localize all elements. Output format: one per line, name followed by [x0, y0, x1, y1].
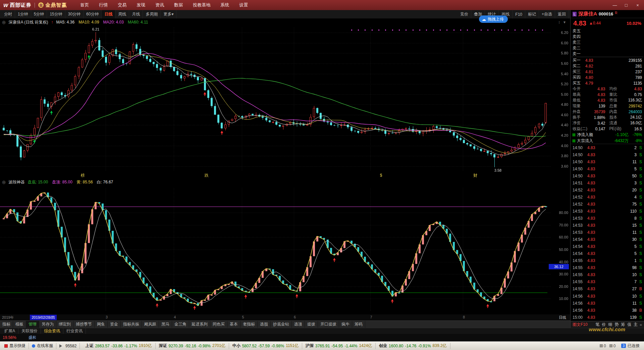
- tick-row[interactable]: 14:56 4.83 38 B: [571, 307, 644, 314]
- buy-level-row[interactable]: 买一 4.83 239155: [571, 57, 644, 63]
- info-subtab[interactable]: 扩展A: [1, 328, 18, 334]
- index-quote[interactable]: 上证 2863.57 -33.86 -1.17% 1910亿: [82, 343, 155, 349]
- indicator-tab[interactable]: 基本: [227, 321, 240, 328]
- news-item[interactable]: 盛和资源（600392）股东沃本新材计划减持不超0.69%股份: [29, 335, 36, 341]
- quick-launch[interactable]: 显示快捷: [1, 343, 29, 349]
- indicator-tab[interactable]: 资金: [108, 321, 121, 328]
- sell-level-row[interactable]: 卖四: [571, 34, 644, 40]
- indicator-tab[interactable]: 网鱼: [95, 321, 108, 328]
- tick-row[interactable]: 14:53 4.83 11 S: [571, 229, 644, 236]
- period-tab[interactable]: 5分钟: [31, 10, 47, 18]
- message-badge[interactable]: 0: [609, 344, 616, 348]
- index-quote[interactable]: 沪深 3765.91 -54.95 -1.44% 1424亿: [302, 343, 376, 349]
- connection-status[interactable]: 3 已连接: [618, 343, 643, 349]
- period-tab[interactable]: 日线: [102, 10, 115, 18]
- tick-row[interactable]: 14:52 4.83 75 S: [571, 201, 644, 208]
- indicator-tab[interactable]: 抄底金钻: [271, 321, 292, 328]
- tick-row[interactable]: 14:53 4.83 110 S: [571, 208, 644, 215]
- indicator-tab[interactable]: 捕捞季节: [73, 321, 95, 328]
- upload-button[interactable]: ☁ 拖拽上传: [479, 15, 508, 23]
- tick-row[interactable]: 14:50 4.83 11 S: [571, 158, 644, 165]
- period-tab[interactable]: 周线: [115, 10, 129, 18]
- menu-item[interactable]: 行情: [99, 2, 108, 8]
- hotline[interactable]: 95582: [56, 343, 80, 349]
- sell-level-row[interactable]: 卖一: [571, 51, 644, 57]
- tick-row[interactable]: 14:53 4.83 15 S: [571, 222, 644, 229]
- minimize-button[interactable]: —: [612, 3, 618, 8]
- buy-level-row[interactable]: 买五 4.79 1135: [571, 80, 644, 86]
- toolbar-button[interactable]: 标记: [525, 10, 539, 18]
- tick-row[interactable]: 14:55 4.83 10 S: [571, 271, 644, 278]
- indicator-tab[interactable]: 同色买: [210, 321, 227, 328]
- index-quote[interactable]: 深证 9270.39 -92.16 -0.98% 2701亿: [156, 343, 229, 349]
- notification-badge[interactable]: 0: [600, 344, 606, 348]
- index-quote[interactable]: 中小 5807.52 -57.59 -0.98% 1151亿: [229, 343, 302, 349]
- buy-level-row[interactable]: 买四 4.80 789: [571, 75, 644, 80]
- view-tab[interactable]: 值: [627, 322, 631, 327]
- tick-row[interactable]: 14:55 4.83 1 S: [571, 257, 644, 264]
- period-tab[interactable]: 30分钟: [65, 10, 84, 18]
- tick-row[interactable]: 15:00 4.83 139 S: [571, 314, 644, 321]
- tick-row[interactable]: 14:54 4.83 5 S: [571, 250, 644, 257]
- indicator-tab[interactable]: 提拔: [305, 321, 318, 328]
- menu-item[interactable]: 数据: [174, 2, 183, 8]
- buy-level-row[interactable]: 买二 4.82 281: [571, 63, 644, 69]
- indicator-canvas[interactable]: [0, 185, 570, 314]
- tick-row[interactable]: 14:55 4.83 7 S: [571, 278, 644, 286]
- menu-item[interactable]: 发现: [137, 2, 145, 8]
- sell-level-row[interactable]: 卖三: [571, 40, 644, 45]
- tick-row[interactable]: 14:55 4.83 27 B: [571, 286, 644, 293]
- date-box[interactable]: 2019/02/28/四: [30, 315, 56, 320]
- indicator-tab[interactable]: 另存为: [39, 321, 56, 328]
- close-button[interactable]: ×: [635, 3, 641, 8]
- tick-row[interactable]: 14:54 4.83 5 S: [571, 243, 644, 250]
- resize-icon[interactable]: ↕: [558, 20, 560, 25]
- info-subtab[interactable]: 综合资讯: [41, 328, 63, 334]
- maximize-button[interactable]: □: [623, 3, 629, 8]
- menu-item[interactable]: 投教基地: [193, 2, 210, 8]
- collapse-arrow-icon[interactable]: «: [640, 322, 642, 327]
- period-tab[interactable]: 多周期: [143, 10, 161, 18]
- indicator-tab[interactable]: 延进系列: [189, 321, 210, 328]
- indicator-tab[interactable]: 选顶: [292, 321, 305, 328]
- period-tab[interactable]: 分时: [1, 10, 15, 18]
- tick-row[interactable]: 14:56 4.83 11 S: [571, 300, 644, 307]
- tick-row[interactable]: 14:53 4.83 8 S: [571, 215, 644, 222]
- online-service[interactable]: 在线客服: [29, 343, 56, 349]
- sell-level-row[interactable]: 卖五: [571, 28, 644, 34]
- indicator-tab[interactable]: 开口提拔: [318, 321, 339, 328]
- view-tab[interactable]: 主: [634, 322, 638, 327]
- menu-item[interactable]: 设置: [239, 2, 248, 8]
- menu-item[interactable]: 交易: [118, 2, 126, 8]
- tick-row[interactable]: 14:50 4.83 3 S: [571, 151, 644, 158]
- tick-row[interactable]: 14:50 4.83 2 S: [571, 144, 644, 151]
- tick-row[interactable]: 14:55 4.83 98 S: [571, 264, 644, 271]
- indicator-tab[interactable]: 指标共振: [121, 321, 142, 328]
- indicator-tab[interactable]: 指标: [0, 321, 13, 328]
- period-tab[interactable]: 1分钟: [15, 10, 31, 18]
- toolbar-button[interactable]: F10: [513, 10, 525, 18]
- period-tab[interactable]: 60分钟: [84, 10, 102, 18]
- tick-row[interactable]: 14:52 4.83 4 S: [571, 193, 644, 201]
- tick-row[interactable]: 14:50 4.83 5 S: [571, 165, 644, 172]
- menu-item[interactable]: 系统: [220, 2, 229, 8]
- toolbar-button[interactable]: 返回: [555, 10, 569, 18]
- tick-row[interactable]: 14:54 4.83 30 S: [571, 236, 644, 243]
- menu-item[interactable]: 首页: [80, 2, 89, 8]
- info-subtab[interactable]: 关联报价: [18, 328, 41, 334]
- indicator-tab[interactable]: 管理: [26, 321, 39, 328]
- sell-level-row[interactable]: 卖二: [571, 45, 644, 51]
- tick-row[interactable]: 14:50 4.83 50 S: [571, 172, 644, 179]
- panel-menu-icon[interactable]: ▾: [564, 20, 566, 25]
- period-tab[interactable]: 15分钟: [47, 10, 65, 18]
- indicator-tab[interactable]: 金三角: [172, 321, 189, 328]
- tick-row[interactable]: 14:56 4.83 10 S: [571, 293, 644, 300]
- indicator-tab[interactable]: 筹码: [352, 321, 365, 328]
- indicator-tab[interactable]: 模板: [13, 321, 26, 328]
- info-subtab[interactable]: 行业资讯: [63, 328, 86, 334]
- tick-row[interactable]: 14:51 4.83 3 S: [571, 179, 644, 186]
- indicator-tab[interactable]: 绑定到: [56, 321, 73, 328]
- menu-item[interactable]: 资讯: [155, 2, 164, 8]
- indicator-tab[interactable]: 老指标: [240, 321, 258, 328]
- buy-level-row[interactable]: 买三 4.81 237: [571, 69, 644, 75]
